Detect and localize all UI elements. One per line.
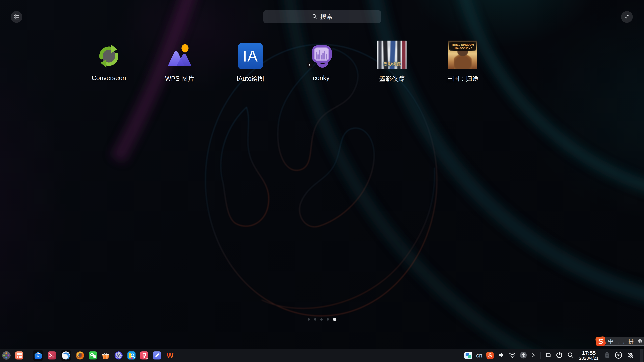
clock-time: 17:55	[579, 350, 598, 356]
system-tray: cn S	[464, 349, 644, 362]
app-moying-xiazong[interactable]: 墨影侠踪 墨影侠踪	[356, 40, 427, 83]
ime-pinyin-mode[interactable]: 拼	[628, 338, 634, 345]
list-view-icon	[13, 13, 20, 20]
app-label: Converseen	[92, 74, 126, 82]
wps-office-button[interactable]: W	[166, 351, 174, 360]
poster-warrior-art	[454, 49, 472, 69]
wechat-button[interactable]	[89, 351, 97, 360]
page-indicator	[0, 318, 644, 321]
clock[interactable]: 17:55 2023/4/21	[578, 350, 600, 361]
file-manager-button-running[interactable]	[33, 350, 44, 361]
app-converseen[interactable]: Converseen	[74, 40, 144, 83]
show-desktop-button[interactable]	[640, 349, 643, 362]
pdf-editor-icon: PDF	[140, 351, 148, 360]
collapse-fullscreen-icon	[624, 13, 630, 21]
ime-chinese-mode[interactable]: 中	[608, 338, 614, 345]
page-dot-4[interactable]	[327, 318, 329, 321]
system-monitor-icon[interactable]	[615, 351, 622, 360]
app-label: 墨影侠踪	[379, 74, 405, 83]
keyboard-layout-indicator[interactable]: cn	[476, 352, 482, 359]
search-placeholder: 搜索	[320, 12, 332, 21]
conky-cursor-badge	[307, 62, 313, 68]
file-manager-icon	[34, 351, 42, 360]
multitasking-icon	[15, 351, 24, 360]
volume-icon[interactable]	[498, 352, 504, 359]
firefox-icon	[76, 351, 84, 360]
page-dot-5-active[interactable]	[333, 318, 336, 321]
poster-title-line2: THE JOURNEY	[453, 46, 472, 49]
taskbar: PDF W	[0, 349, 644, 362]
app-wps-picture[interactable]: WPS 图片	[144, 40, 215, 83]
control-center-button[interactable]	[114, 351, 123, 360]
app-label: IAuto绘图	[237, 74, 264, 83]
browser-button-running[interactable]	[60, 350, 71, 361]
sogou-tray-icon[interactable]: S	[486, 351, 494, 359]
page-dot-2[interactable]	[314, 318, 316, 321]
grand-search-icon[interactable]	[567, 352, 574, 359]
file-search-icon	[127, 351, 136, 360]
search-input[interactable]: 搜索	[263, 10, 381, 23]
wps-office-icon: W	[166, 351, 174, 360]
wifi-icon[interactable]	[508, 352, 516, 359]
wechat-icon	[89, 351, 97, 360]
ime-statusbar: S 中 。, 拼	[596, 337, 644, 346]
app-store-icon	[102, 351, 110, 360]
moying-xiazong-poster: 墨影侠踪	[377, 40, 406, 69]
conky-monitor-icon	[308, 40, 334, 69]
app-iauto[interactable]: IA IAuto绘图	[215, 40, 286, 83]
sogou-logo-icon[interactable]: S	[595, 336, 606, 347]
tray-expand-chevron-icon[interactable]	[531, 352, 536, 359]
wps-picture-icon	[166, 40, 193, 69]
launcher-button[interactable]	[2, 351, 11, 360]
iauto-icon: IA	[238, 40, 263, 69]
chat-bubble-green	[468, 355, 471, 358]
control-center-gear-icon	[114, 351, 123, 360]
tray-separator-2	[540, 352, 540, 359]
app-label: 三国：归途	[447, 74, 479, 83]
ime-settings-gear-icon[interactable]	[637, 338, 643, 345]
firefox-button[interactable]	[76, 351, 84, 360]
bluetooth-icon[interactable]	[520, 352, 527, 359]
poster-title-line1: THREE KINGDOM	[452, 43, 474, 46]
browser-icon	[62, 351, 70, 360]
shutdown-icon[interactable]	[556, 352, 563, 360]
list-view-toggle-button[interactable]	[10, 11, 22, 23]
poster-title-text: 墨影侠踪	[377, 61, 406, 67]
screenshot-icon[interactable]	[544, 352, 552, 359]
converseen-sync-icon	[96, 40, 122, 69]
page-dot-1[interactable]	[308, 318, 310, 321]
three-kingdom-poster: THREE KINGDOM THE JOURNEY	[448, 40, 477, 69]
app-label: WPS 图片	[165, 74, 194, 83]
pdf-editor-button[interactable]: PDF	[140, 351, 148, 360]
app-store-button[interactable]	[102, 351, 110, 360]
messenger-tray-icon[interactable]	[464, 352, 472, 359]
app-conky[interactable]: conky	[286, 40, 356, 83]
multitasking-view-button[interactable]	[15, 351, 24, 360]
taskbar-separator	[28, 352, 28, 359]
wps-icon-letter: W	[166, 351, 174, 360]
pdf-icon-label: PDF	[145, 357, 148, 359]
terminal-button[interactable]	[48, 351, 56, 360]
trash-icon[interactable]	[604, 352, 611, 360]
taskbar-app-area: PDF W	[0, 350, 174, 361]
poster-banner: THREE KINGDOM THE JOURNEY	[449, 42, 476, 51]
search-icon	[312, 13, 318, 20]
iauto-icon-text: IA	[243, 47, 258, 65]
file-search-button[interactable]	[127, 351, 136, 360]
app-three-kingdom[interactable]: THREE KINGDOM THE JOURNEY 三国：归途	[427, 40, 498, 83]
app-label: conky	[313, 74, 330, 82]
collapse-launcher-button[interactable]	[621, 11, 633, 23]
notification-dnd-bell-icon[interactable]	[626, 352, 634, 360]
text-editor-button[interactable]	[153, 351, 161, 360]
tray-separator	[460, 352, 460, 359]
ime-panel: 中 。, 拼	[603, 337, 644, 346]
launcher-grid-icon	[2, 351, 11, 360]
app-grid: Converseen WPS 图片 IA IA	[74, 40, 498, 83]
terminal-icon	[48, 351, 56, 360]
text-editor-pencil-icon	[153, 351, 161, 360]
page-dot-3[interactable]	[320, 318, 323, 321]
clock-date: 2023/4/21	[579, 356, 598, 361]
ime-punctuation-mode[interactable]: 。,	[617, 338, 624, 345]
